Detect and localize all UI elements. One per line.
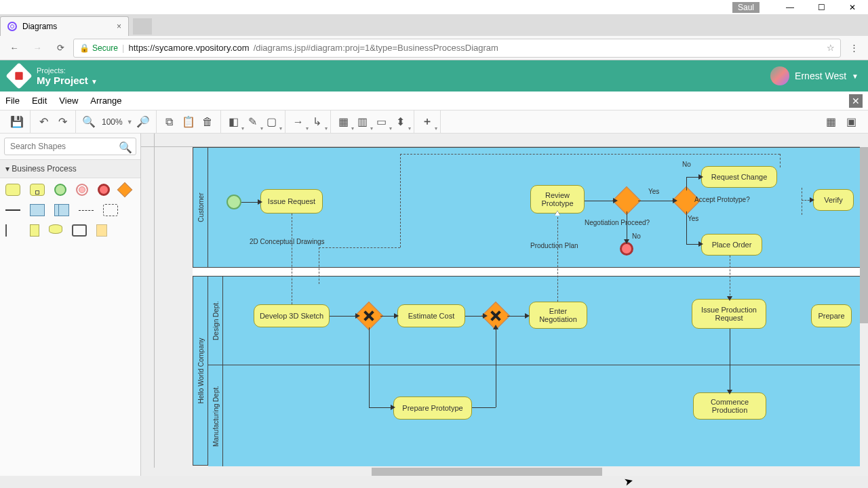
back-button[interactable]: ← xyxy=(4,38,24,58)
zoom-level[interactable]: 100% xyxy=(99,117,125,127)
task-enter-negotiation[interactable]: Enter Negotiation xyxy=(529,302,587,329)
palette-gateway[interactable] xyxy=(117,182,133,198)
palette-subprocess[interactable] xyxy=(30,184,45,196)
palette-group[interactable] xyxy=(103,204,118,216)
menu-arrange[interactable]: Arrange xyxy=(90,96,121,106)
search-shapes-input[interactable] xyxy=(4,138,136,155)
palette-data-store[interactable] xyxy=(49,224,62,234)
close-button[interactable]: ✕ xyxy=(837,0,868,15)
palette-more[interactable] xyxy=(96,224,107,237)
new-tab-button[interactable] xyxy=(133,18,152,35)
tab-title: Diagrams xyxy=(22,22,57,31)
scrollbar-vertical-thumb[interactable] xyxy=(860,147,868,323)
task-prepare[interactable]: Prepare xyxy=(811,304,852,327)
label-no1: No xyxy=(682,161,691,168)
save-icon[interactable]: 💾 xyxy=(8,113,26,131)
task-commence-production[interactable]: Commence Production xyxy=(693,392,766,420)
diagram-canvas[interactable]: Customer Hello World Company Design Dept… xyxy=(193,147,868,466)
search-icon[interactable]: 🔍 xyxy=(119,141,132,154)
task-place-order[interactable]: Place Order xyxy=(701,234,762,256)
palette-sequence-flow[interactable] xyxy=(5,209,20,211)
lane-manufacturing[interactable]: Manufacturing Dept. xyxy=(208,365,868,466)
palette-annotation[interactable] xyxy=(5,224,20,237)
avatar xyxy=(770,66,789,85)
app-logo[interactable] xyxy=(5,62,33,89)
ann-accept-proto: Accept Prototype? xyxy=(694,196,750,203)
palette-end-event[interactable] xyxy=(98,184,110,196)
start-event[interactable] xyxy=(226,195,241,209)
task-verify[interactable]: Verify xyxy=(813,189,854,211)
url-path: /diagrams.jsp#diagram:proj=1&type=Busine… xyxy=(254,43,498,53)
browser-address-bar: ← → ⟳ 🔒 Secure | https://sycamore.vposit… xyxy=(0,36,868,60)
shape-palette xyxy=(0,178,140,242)
browser-tab[interactable]: Diagrams × xyxy=(0,16,129,36)
zoom-in-icon[interactable]: 🔎 xyxy=(134,113,152,131)
shadow-icon[interactable]: ▢ xyxy=(263,113,281,131)
palette-data-object[interactable] xyxy=(30,224,39,237)
undo-icon[interactable]: ↶ xyxy=(35,113,52,131)
menu-view[interactable]: View xyxy=(59,96,78,106)
label-yes1: Yes xyxy=(648,188,659,195)
main-area: 🔍 ▾ Business Process xyxy=(0,134,868,476)
project-selector[interactable]: Projects: My Project ▼ xyxy=(37,66,98,86)
line-color-icon[interactable]: ✎ xyxy=(244,113,262,131)
maximize-button[interactable]: ☐ xyxy=(806,0,837,15)
task-request-change[interactable]: Request Change xyxy=(701,166,777,188)
fill-color-icon[interactable]: ◧ xyxy=(225,113,243,131)
palette-call-activity[interactable] xyxy=(72,224,87,237)
palette-message-flow[interactable] xyxy=(79,210,94,211)
status-bar xyxy=(0,476,868,488)
minimize-button[interactable]: — xyxy=(774,0,806,15)
secure-indicator: 🔒 Secure xyxy=(79,43,118,53)
url-field[interactable]: 🔒 Secure | https://sycamore.vpository.co… xyxy=(73,39,841,58)
label-yes2: Yes xyxy=(688,215,698,222)
copy-icon[interactable]: ⧉ xyxy=(161,113,178,131)
task-issue-production[interactable]: Issue Production Request xyxy=(692,299,766,329)
format-panel-icon[interactable]: ▦ xyxy=(822,113,840,131)
outline-panel-icon[interactable]: ▣ xyxy=(842,113,860,131)
ann-prod-plan: Production Plan xyxy=(530,242,578,249)
connector-style-icon[interactable]: → xyxy=(290,113,307,131)
end-event-negotiation[interactable] xyxy=(620,242,633,256)
scrollbar-vertical[interactable] xyxy=(860,147,868,468)
palette-intermediate-event[interactable] xyxy=(76,184,88,196)
palette-lane[interactable] xyxy=(54,204,69,216)
canvas-wrap: Customer Hello World Company Design Dept… xyxy=(141,134,868,476)
redo-icon[interactable]: ↷ xyxy=(54,113,71,131)
palette-pool[interactable] xyxy=(30,204,45,216)
menu-file[interactable]: File xyxy=(5,96,20,106)
browser-menu-button[interactable]: ⋮ xyxy=(844,38,864,58)
tab-close-icon[interactable]: × xyxy=(117,22,121,31)
bookmark-star-icon[interactable]: ☆ xyxy=(827,43,835,53)
forward-button[interactable]: → xyxy=(27,38,47,58)
shape-sidebar: 🔍 ▾ Business Process xyxy=(0,134,141,476)
ruler-vertical xyxy=(141,147,155,468)
scrollbar-horizontal-thumb[interactable] xyxy=(372,468,602,476)
align-icon[interactable]: ▦ xyxy=(335,113,353,131)
scrollbar-horizontal[interactable] xyxy=(141,468,860,476)
zoom-out-icon[interactable]: 🔍 xyxy=(80,113,98,131)
task-issue-request[interactable]: Issue Request xyxy=(260,189,323,214)
reload-button[interactable]: ⟳ xyxy=(50,38,71,58)
order-icon[interactable]: ⬍ xyxy=(392,113,410,131)
ruler-corner xyxy=(141,134,155,147)
paste-icon[interactable]: 📋 xyxy=(180,113,197,131)
palette-section-header[interactable]: ▾ Business Process xyxy=(0,160,140,178)
group-icon[interactable]: ▭ xyxy=(373,113,391,131)
palette-start-event[interactable] xyxy=(54,184,66,196)
ann-neg-proceed: Negotiation Proceed? xyxy=(585,219,650,226)
task-prepare-prototype[interactable]: Prepare Prototype xyxy=(393,396,472,420)
distribute-icon[interactable]: ▥ xyxy=(354,113,372,131)
palette-task[interactable] xyxy=(5,184,20,196)
close-panel-button[interactable]: ✕ xyxy=(849,94,863,108)
label-no2: No xyxy=(632,232,641,240)
add-shape-icon[interactable]: ＋ xyxy=(418,113,436,131)
task-review-prototype[interactable]: Review Prototype xyxy=(530,185,585,214)
waypoint-icon[interactable]: ↳ xyxy=(309,113,326,131)
ann-drawings: 2D Conceptual Drawings xyxy=(250,238,325,245)
task-estimate-cost[interactable]: Estimate Cost xyxy=(397,304,465,327)
user-menu[interactable]: Ernest West ▼ xyxy=(770,66,859,85)
menu-edit[interactable]: Edit xyxy=(32,96,47,106)
delete-icon[interactable]: 🗑 xyxy=(199,113,216,131)
task-develop-sketch[interactable]: Develop 3D Sketch xyxy=(254,304,330,327)
